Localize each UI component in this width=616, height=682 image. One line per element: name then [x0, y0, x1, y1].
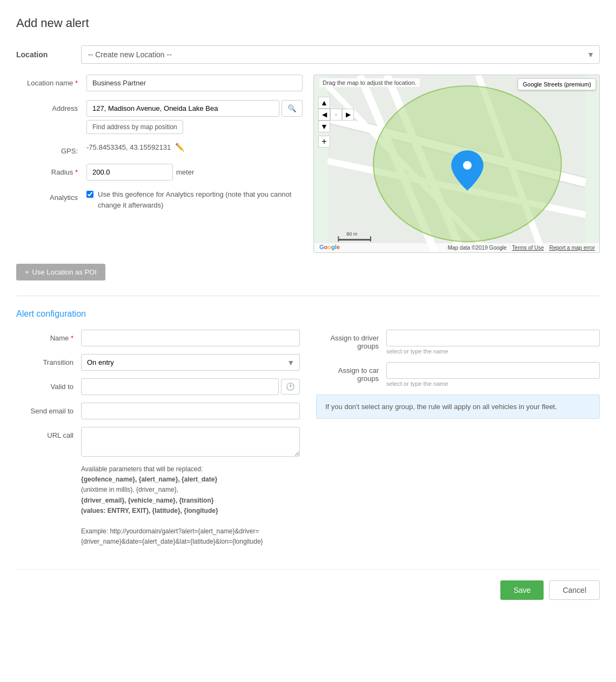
- assign-car-label: Assign to car groups: [316, 362, 386, 383]
- transition-label: Transition: [16, 354, 81, 366]
- map-zoom-controls: ▲ ◀ · ▶ ▼ +: [318, 97, 354, 148]
- url-example-text: http://yourdomain/galert?alert={alert_na…: [81, 527, 263, 545]
- address-label: Address: [16, 100, 86, 112]
- map-pan-right[interactable]: ▶: [342, 109, 354, 121]
- assign-driver-wrapper: select or type the name: [386, 330, 600, 355]
- send-email-input[interactable]: [81, 403, 300, 419]
- map-terms[interactable]: Terms of Use: [512, 245, 544, 251]
- gps-value: -75.8453345, 43.15592131: [86, 139, 171, 151]
- gps-content: -75.8453345, 43.15592131 ✏️: [86, 143, 303, 151]
- map-bottom-bar: Google Map data ©2019 Google Terms of Us…: [314, 243, 599, 252]
- address-input[interactable]: [86, 100, 279, 117]
- analytics-wrapper: Use this geofence for Analytics reportin…: [86, 189, 303, 210]
- page-wrapper: Add new alert Location -- Create new Loc…: [0, 0, 616, 682]
- transition-select-wrapper: On entry On exit On entry and exit ▼: [81, 354, 300, 371]
- radius-unit: meter: [176, 168, 194, 176]
- address-row: Address 🔍 Find address by map position: [16, 100, 303, 134]
- config-left: Name Transition On entry On exit On entr…: [16, 330, 300, 547]
- poi-section: + Use Location as POI: [16, 264, 600, 280]
- map-pan-down[interactable]: ▼: [318, 121, 330, 132]
- location-name-label: Location name: [16, 75, 86, 87]
- url-call-textarea[interactable]: [81, 427, 300, 457]
- assign-car-row: Assign to car groups select or type the …: [316, 362, 600, 387]
- location-select[interactable]: -- Create new Location --: [81, 45, 600, 64]
- alert-config-title: Alert configuration: [16, 309, 600, 319]
- transition-select[interactable]: On entry On exit On entry and exit: [81, 354, 300, 371]
- map-pan-center[interactable]: ·: [330, 109, 342, 121]
- alert-name-input[interactable]: [81, 330, 300, 346]
- fleet-notice: If you don't select any group, the rule …: [316, 395, 600, 419]
- map-hint: Drag the map to adjust the location.: [319, 78, 420, 87]
- assign-car-input[interactable]: [386, 362, 600, 379]
- map-zoom-in[interactable]: +: [318, 136, 330, 148]
- map-container[interactable]: Drag the map to adjust the location. Goo…: [313, 75, 600, 253]
- use-location-as-poi-button[interactable]: + Use Location as POI: [16, 264, 105, 280]
- address-search-button[interactable]: 🔍: [282, 100, 303, 117]
- svg-text:80 m: 80 m: [346, 231, 357, 237]
- gps-edit-icon[interactable]: ✏️: [175, 143, 184, 151]
- location-name-row: Location name: [16, 75, 303, 91]
- map-pan-up[interactable]: ▲: [318, 97, 330, 109]
- radius-wrapper: meter: [86, 164, 303, 180]
- location-row: Location -- Create new Location -- ▼: [16, 45, 600, 64]
- map-copyright: Map data ©2019 Google: [447, 245, 506, 251]
- radius-row: Radius meter: [16, 164, 303, 180]
- radius-input[interactable]: [86, 164, 173, 180]
- svg-point-11: [463, 161, 472, 170]
- assign-car-wrapper: select or type the name: [386, 362, 600, 387]
- calendar-button[interactable]: 🕐: [281, 379, 300, 395]
- url-call-label: URL call: [16, 427, 81, 439]
- alert-name-row: Name: [16, 330, 300, 346]
- location-name-input[interactable]: [86, 75, 303, 91]
- find-address-button[interactable]: Find address by map position: [86, 120, 183, 134]
- config-layout: Name Transition On entry On exit On entr…: [16, 330, 600, 547]
- radius-label: Radius: [16, 164, 86, 176]
- svg-rect-12: [338, 239, 371, 240]
- valid-to-input[interactable]: [81, 378, 279, 395]
- footer-section: Save Cancel: [16, 569, 600, 600]
- valid-to-label: Valid to: [16, 378, 81, 391]
- url-params-line1: Available parameters that will be replac…: [81, 464, 300, 474]
- map-pan-left[interactable]: ◀: [318, 109, 330, 121]
- map-type-button[interactable]: Google Streets (premium): [518, 78, 596, 90]
- url-params-line2: {geofence_name}, {alert_name}, {alert_da…: [81, 474, 300, 485]
- assign-driver-input[interactable]: [386, 330, 600, 346]
- assign-car-hint: select or type the name: [386, 380, 600, 387]
- page-title: Add new alert: [16, 16, 600, 30]
- analytics-text: Use this geofence for Analytics reportin…: [98, 189, 303, 210]
- location-section: Location -- Create new Location -- ▼: [16, 45, 600, 64]
- send-email-label: Send email to: [16, 403, 81, 415]
- map-svg: 80 m: [314, 75, 599, 252]
- calendar-icon: 🕐: [286, 383, 295, 391]
- valid-to-row: Valid to 🕐: [16, 378, 300, 395]
- location-name-content: [86, 75, 303, 91]
- form-map-layout: Location name Address 🔍 Find addr: [16, 75, 600, 253]
- transition-row: Transition On entry On exit On entry and…: [16, 354, 300, 371]
- poi-button-label: Use Location as POI: [32, 268, 97, 276]
- location-select-wrapper: -- Create new Location -- ▼: [81, 45, 600, 64]
- url-params-line5: (values: ENTRY, EXIT), {latitude}, {long…: [81, 506, 300, 516]
- address-content: 🔍 Find address by map position: [86, 100, 303, 134]
- location-label: Location: [16, 50, 81, 59]
- alert-config-section: Alert configuration Name Transition On e…: [16, 309, 600, 547]
- valid-to-wrapper: 🕐: [81, 378, 300, 395]
- map-section: Drag the map to adjust the location. Goo…: [313, 75, 600, 253]
- cancel-button[interactable]: Cancel: [549, 580, 600, 600]
- save-button[interactable]: Save: [500, 580, 544, 600]
- form-fields: Location name Address 🔍 Find addr: [16, 75, 303, 253]
- section-divider: [16, 296, 600, 296]
- address-wrapper: 🔍: [86, 100, 303, 117]
- assign-driver-label: Assign to driver groups: [316, 330, 386, 350]
- analytics-row: Analytics Use this geofence for Analytic…: [16, 189, 303, 210]
- url-params-line3: (unixtime in millis), {driver_name},: [81, 485, 300, 495]
- url-params-text: Available parameters that will be replac…: [81, 464, 300, 547]
- poi-plus-icon: +: [25, 268, 29, 276]
- assign-driver-row: Assign to driver groups select or type t…: [316, 330, 600, 355]
- analytics-content: Use this geofence for Analytics reportin…: [86, 189, 303, 210]
- gps-label: GPS:: [16, 143, 86, 155]
- map-report[interactable]: Report a map error: [550, 245, 595, 251]
- alert-name-label: Name: [16, 330, 81, 342]
- config-right: Assign to driver groups select or type t…: [316, 330, 600, 547]
- analytics-checkbox[interactable]: [86, 191, 93, 198]
- analytics-label: Analytics: [16, 189, 86, 202]
